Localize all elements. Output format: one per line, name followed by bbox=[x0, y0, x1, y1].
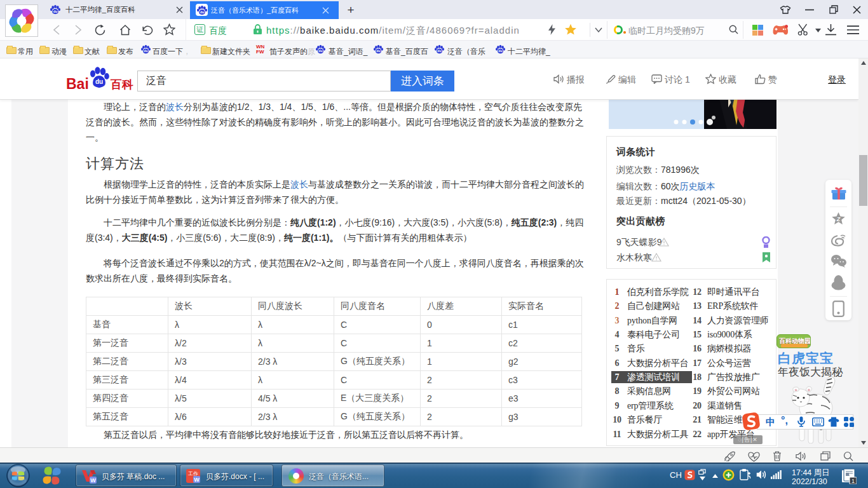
svg-text:W: W bbox=[90, 477, 96, 484]
svg-text:1: 1 bbox=[851, 478, 855, 484]
svg-text:du: du bbox=[95, 78, 103, 85]
svg-text:Z: Z bbox=[836, 216, 841, 222]
svg-text:W: W bbox=[194, 477, 200, 483]
svg-text:工作: 工作 bbox=[188, 471, 198, 477]
